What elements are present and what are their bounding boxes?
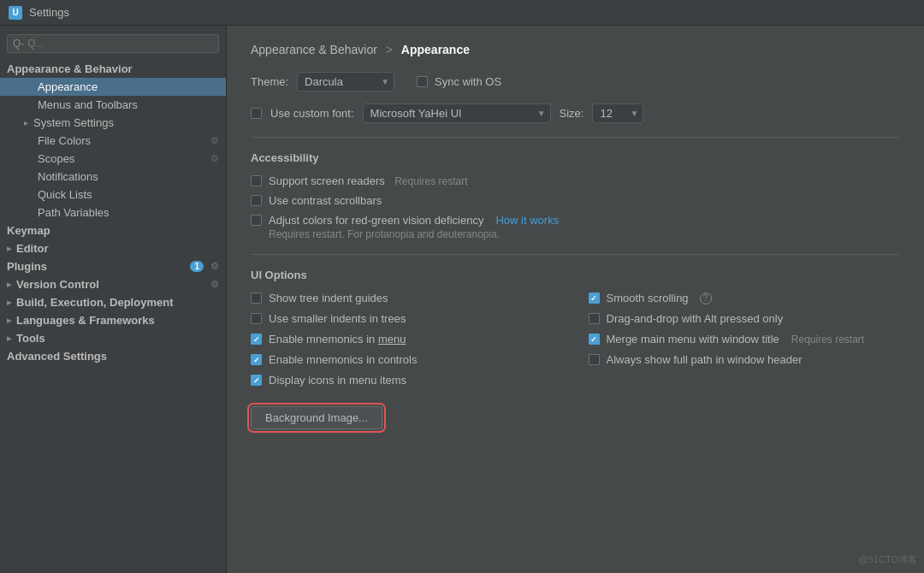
sidebar-item-label: Build, Execution, Deployment bbox=[16, 296, 173, 309]
watermark: @51CTO博客 bbox=[859, 553, 917, 566]
chevron-icon: ▸ bbox=[7, 334, 11, 343]
ui-opt-right-2: Merge main menu with window title Requir… bbox=[589, 333, 901, 346]
sidebar-item-path-variables[interactable]: Path Variables bbox=[0, 204, 226, 222]
display-icons-row: Display icons in menu items bbox=[251, 374, 563, 387]
color-deficiency-checkbox[interactable] bbox=[251, 215, 262, 226]
window-title: Settings bbox=[29, 6, 69, 19]
sidebar-items-container: Appearance & BehaviorAppearanceMenus and… bbox=[0, 60, 226, 365]
sidebar-item-system-settings[interactable]: ▸System Settings bbox=[0, 114, 226, 132]
sidebar-item-plugins[interactable]: Plugins1⚙ bbox=[0, 257, 226, 275]
sync-os-row: Sync with OS bbox=[417, 75, 501, 88]
sidebar-item-advanced-settings[interactable]: Advanced Settings bbox=[0, 347, 226, 365]
merge-menu-checkbox[interactable] bbox=[589, 334, 600, 345]
app-icon: U bbox=[9, 6, 22, 20]
drag-drop-checkbox[interactable] bbox=[589, 313, 600, 324]
sidebar-item-menus-toolbars[interactable]: Menus and Toolbars bbox=[0, 96, 226, 114]
search-icon: Q- bbox=[13, 38, 24, 50]
tree-indent-label: Show tree indent guides bbox=[269, 292, 388, 304]
theme-label: Theme: bbox=[251, 75, 288, 88]
display-icons-checkbox[interactable] bbox=[251, 375, 262, 386]
full-path-checkbox[interactable] bbox=[589, 354, 600, 365]
sidebar-item-languages-frameworks[interactable]: ▸Languages & Frameworks bbox=[0, 311, 226, 329]
sidebar-item-appearance[interactable]: Appearance bbox=[0, 78, 226, 96]
drag-drop-label: Drag-and-drop with Alt pressed only bbox=[607, 312, 784, 325]
sidebar-item-label: Appearance bbox=[38, 80, 98, 93]
mnemonics-menu-row: Enable mnemonics in menu bbox=[251, 333, 563, 346]
smooth-scrolling-checkbox[interactable] bbox=[589, 292, 600, 304]
sync-os-label: Sync with OS bbox=[435, 75, 501, 88]
content-area: Appearance & Behavior > Appearance Theme… bbox=[227, 26, 924, 573]
contrast-scrollbars-checkbox[interactable] bbox=[251, 195, 262, 206]
config-icon: ⚙ bbox=[210, 135, 219, 146]
size-dropdown-wrapper[interactable]: 12 10 11 13 14 ▼ bbox=[592, 103, 643, 123]
sidebar-item-file-colors[interactable]: File Colors⚙ bbox=[0, 132, 226, 150]
size-dropdown[interactable]: 12 10 11 13 14 bbox=[592, 103, 643, 123]
sidebar-item-appearance-behavior[interactable]: Appearance & Behavior bbox=[0, 60, 226, 78]
sidebar-item-label: Languages & Frameworks bbox=[16, 314, 155, 327]
contrast-scrollbars-row: Use contrast scrollbars bbox=[251, 194, 900, 207]
accessibility-item-0: Support screen readers Requires restart bbox=[251, 174, 900, 187]
sidebar-item-label: Tools bbox=[16, 332, 45, 345]
sidebar-item-scopes[interactable]: Scopes⚙ bbox=[0, 150, 226, 168]
color-deficiency-sub: Requires restart. For protanopia and deu… bbox=[251, 228, 900, 240]
contrast-scrollbars-label: Use contrast scrollbars bbox=[269, 194, 382, 207]
search-box[interactable]: Q- bbox=[7, 34, 219, 53]
breadcrumb: Appearance & Behavior > Appearance bbox=[251, 43, 900, 56]
chevron-icon: ▸ bbox=[7, 298, 11, 307]
sidebar-item-build-execution[interactable]: ▸Build, Execution, Deployment bbox=[0, 293, 226, 311]
breadcrumb-parent: Appearance & Behavior bbox=[251, 43, 377, 56]
smooth-scrolling-help-icon[interactable]: ? bbox=[700, 292, 712, 304]
sidebar-item-label: File Colors bbox=[38, 134, 91, 147]
ui-opt-left-3: Enable mnemonics in controls bbox=[251, 353, 563, 366]
search-input[interactable] bbox=[27, 38, 213, 50]
main-layout: Q- Appearance & BehaviorAppearanceMenus … bbox=[0, 26, 924, 573]
sidebar-item-quick-lists[interactable]: Quick Lists bbox=[0, 186, 226, 204]
mnemonics-controls-row: Enable mnemonics in controls bbox=[251, 353, 563, 366]
sidebar-item-label: Version Control bbox=[16, 278, 99, 291]
tree-indent-row: Show tree indent guides bbox=[251, 292, 563, 304]
font-row: Use custom font: Microsoft YaHei UI ▼ Si… bbox=[251, 103, 900, 123]
smooth-scrolling-label: Smooth scrolling bbox=[607, 292, 689, 304]
full-path-row: Always show full path in window header bbox=[589, 353, 901, 366]
custom-font-checkbox[interactable] bbox=[251, 108, 262, 119]
ui-opt-left-0: Show tree indent guides bbox=[251, 292, 563, 304]
breadcrumb-separator: > bbox=[386, 43, 393, 56]
screen-readers-checkbox[interactable] bbox=[251, 175, 262, 186]
title-bar: U Settings bbox=[0, 0, 924, 26]
sync-os-checkbox[interactable] bbox=[417, 76, 428, 87]
sidebar: Q- Appearance & BehaviorAppearanceMenus … bbox=[0, 26, 227, 573]
color-deficiency-row: Adjust colors for red-green vision defic… bbox=[251, 214, 900, 227]
display-icons-label: Display icons in menu items bbox=[269, 374, 406, 387]
font-dropdown[interactable]: Microsoft YaHei UI bbox=[363, 103, 551, 123]
breadcrumb-current: Appearance bbox=[401, 43, 470, 56]
full-path-label: Always show full path in window header bbox=[607, 353, 803, 366]
background-image-button[interactable]: Background Image... bbox=[251, 406, 382, 429]
mnemonics-controls-label: Enable mnemonics in controls bbox=[269, 353, 417, 366]
sidebar-item-tools[interactable]: ▸Tools bbox=[0, 329, 226, 347]
divider-1 bbox=[251, 137, 900, 138]
custom-font-label: Use custom font: bbox=[270, 107, 354, 120]
ui-opt-right-3: Always show full path in window header bbox=[589, 353, 901, 366]
ui-opt-right-1: Drag-and-drop with Alt pressed only bbox=[589, 312, 901, 325]
mnemonics-controls-checkbox[interactable] bbox=[251, 354, 262, 365]
sidebar-item-label: Advanced Settings bbox=[7, 350, 107, 363]
tree-indent-checkbox[interactable] bbox=[251, 292, 262, 304]
screen-readers-note: Requires restart bbox=[392, 175, 468, 187]
smaller-indents-checkbox[interactable] bbox=[251, 313, 262, 324]
theme-dropdown[interactable]: Darcula Light High Contrast bbox=[297, 72, 394, 92]
accessibility-title: Accessibility bbox=[251, 151, 900, 164]
sidebar-item-notifications[interactable]: Notifications bbox=[0, 168, 226, 186]
background-image-section: Background Image... bbox=[251, 406, 900, 429]
sidebar-item-version-control[interactable]: ▸Version Control⚙ bbox=[0, 275, 226, 293]
sidebar-item-label: Quick Lists bbox=[38, 188, 92, 201]
sidebar-item-keymap[interactable]: Keymap bbox=[0, 222, 226, 239]
sidebar-item-editor[interactable]: ▸Editor bbox=[0, 239, 226, 257]
sidebar-item-label: Path Variables bbox=[38, 206, 110, 219]
theme-dropdown-wrapper[interactable]: Darcula Light High Contrast ▼ bbox=[297, 72, 394, 92]
how-it-works-link[interactable]: How it works bbox=[495, 214, 559, 227]
font-dropdown-wrapper[interactable]: Microsoft YaHei UI ▼ bbox=[363, 103, 551, 123]
config-icon: ⚙ bbox=[210, 261, 219, 272]
ui-opt-left-4: Display icons in menu items bbox=[251, 374, 563, 387]
smooth-scrolling-row: Smooth scrolling ? bbox=[589, 292, 901, 304]
mnemonics-menu-checkbox[interactable] bbox=[251, 334, 262, 345]
